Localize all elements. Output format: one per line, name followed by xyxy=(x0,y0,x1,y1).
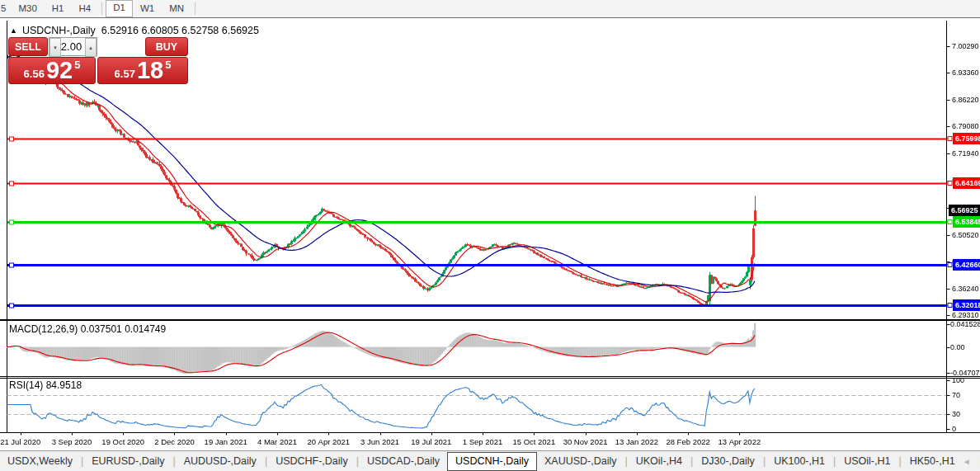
rsi-pane-header: RSI(14) 84.9518 xyxy=(9,379,82,391)
timeframe-button-m30[interactable]: M30 xyxy=(11,1,44,16)
toolbar-separator xyxy=(101,2,102,15)
chart-tab-eurusd[interactable]: EURUSD-,Daily xyxy=(84,452,172,470)
chart-window: ▲USDCNH-,Daily 6.52916 6.60805 6.52758 6… xyxy=(0,17,980,471)
toolbar-separator xyxy=(195,2,196,15)
buy-price-big: 18 xyxy=(137,59,163,82)
chart-tab-bar: USDX,Weekly|EURUSD-,Daily|AUDUSD-,Daily|… xyxy=(0,450,980,471)
macd-main-value: 0.037501 xyxy=(81,323,122,335)
macd-signal-value: 0.014749 xyxy=(125,323,166,335)
chart-tab-ukoil[interactable]: UKOil-,H4 xyxy=(629,452,690,470)
buy-price-prefix: 6.57 xyxy=(115,68,135,80)
buy-price-button[interactable]: 6.57 18 5 xyxy=(97,57,188,84)
tab-scroll-arrows: ◄► xyxy=(963,457,980,466)
chart-tab-usdx[interactable]: USDX,Weekly xyxy=(0,452,80,470)
collapse-panel-icon[interactable]: ▲ xyxy=(10,26,17,35)
chart-tab-usdchf[interactable]: USDCHF-,Daily xyxy=(268,452,356,470)
sell-price-prefix: 6.56 xyxy=(24,68,45,80)
timeframe-button-h1[interactable]: H1 xyxy=(45,1,72,16)
macd-name: MACD(12,26,9) xyxy=(9,323,78,335)
timeframe-button-5[interactable]: 5 xyxy=(0,1,11,16)
sell-price-big: 92 xyxy=(46,59,73,82)
buy-price-pipette: 5 xyxy=(165,59,171,71)
timeframe-button-h4[interactable]: H4 xyxy=(71,1,98,16)
chart-tab-dj30[interactable]: DJ30-,Daily xyxy=(694,452,762,470)
chart-tab-hk50[interactable]: HK50-,H1 xyxy=(902,452,963,470)
chart-tab-xauusd[interactable]: XAUUSD-,Daily xyxy=(537,452,624,470)
chevron-up-icon: ▲ xyxy=(88,45,93,50)
sell-price-button[interactable]: 6.56 92 5 xyxy=(8,57,96,84)
volume-input[interactable]: 2.00 xyxy=(61,38,85,55)
symbol-title: USDCNH-,Daily xyxy=(22,25,96,36)
ohlc-values: 6.52916 6.60805 6.52758 6.56925 xyxy=(101,25,259,36)
sell-price-pipette: 5 xyxy=(74,59,80,71)
chart-tab-usoil[interactable]: USOil-,H1 xyxy=(836,452,898,470)
volume-increase-button[interactable]: ▲ xyxy=(85,38,97,57)
chart-tab-uk100[interactable]: UK100-,H1 xyxy=(766,452,832,470)
symbol-ohlc-header: ▲USDCNH-,Daily 6.52916 6.60805 6.52758 6… xyxy=(10,25,259,36)
chart-tab-usdcnh[interactable]: USDCNH-,Daily xyxy=(447,452,537,471)
chart-tab-usdcad[interactable]: USDCAD-,Daily xyxy=(360,452,447,470)
rsi-name: RSI(14) xyxy=(9,379,43,391)
rsi-value: 84.9518 xyxy=(46,379,82,391)
buy-button[interactable]: BUY xyxy=(145,37,188,56)
sell-button[interactable]: SELL xyxy=(8,37,48,56)
volume-decrease-button[interactable]: ▼ xyxy=(49,38,61,57)
timeframe-button-mn[interactable]: MN xyxy=(162,1,191,16)
timeframe-button-w1[interactable]: W1 xyxy=(133,1,162,16)
trading-terminal: 5M30H1H4D1W1MN ▲USDCNH-,Daily 6.52916 6.… xyxy=(0,0,980,471)
macd-pane-header: MACD(12,26,9) 0.037501 0.014749 xyxy=(9,323,166,335)
timeframe-button-d1[interactable]: D1 xyxy=(106,0,133,17)
volume-stepper: ▼ 2.00 ▲ xyxy=(49,37,97,56)
chevron-down-icon: ▼ xyxy=(53,45,58,50)
timeframe-toolbar: 5M30H1H4D1W1MN xyxy=(0,0,980,18)
tab-scroll-left-icon[interactable]: ◄ xyxy=(963,457,971,466)
one-click-trade-panel: SELL ▼ 2.00 ▲ BUY 6.56 92 5 6.57 18 5 xyxy=(8,37,186,101)
chart-tab-audusd[interactable]: AUDUSD-,Daily xyxy=(177,452,264,470)
